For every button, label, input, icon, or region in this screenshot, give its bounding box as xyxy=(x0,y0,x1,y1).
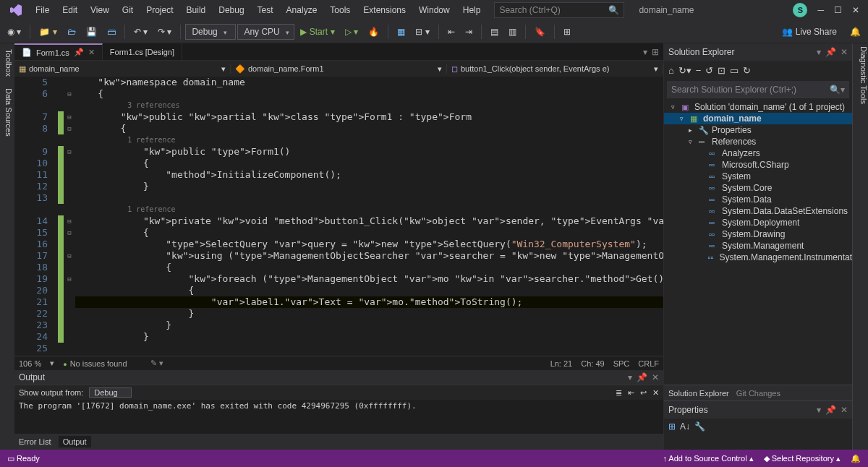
menu-analyze[interactable]: Analyze xyxy=(280,2,324,18)
pin-icon[interactable]: 📌 xyxy=(74,48,84,57)
menu-edit[interactable]: Edit xyxy=(56,2,84,18)
menu-view[interactable]: View xyxy=(84,2,116,18)
references-node[interactable]: ▿▫▫References xyxy=(664,136,852,147)
refresh-icon[interactable]: ↻ xyxy=(743,65,751,76)
show-all-icon[interactable]: ↺ xyxy=(705,65,713,76)
properties-node[interactable]: ▸🔧Properties xyxy=(664,124,852,136)
menu-git[interactable]: Git xyxy=(116,2,140,18)
maximize-icon[interactable]: ☐ xyxy=(834,5,842,15)
reference-item[interactable]: ▫▫System.Drawing xyxy=(664,228,852,240)
menu-help[interactable]: Help xyxy=(456,2,488,18)
uncomment-icon[interactable]: ▥ xyxy=(504,24,521,40)
panel-close-icon[interactable]: ✕ xyxy=(841,47,848,57)
crumb-method[interactable]: ◻button1_Click(object sender, EventArgs … xyxy=(447,64,663,74)
comment-icon[interactable]: ▤ xyxy=(486,24,503,40)
panel-close-icon[interactable]: ✕ xyxy=(841,405,848,415)
props-icon[interactable]: ⊡ xyxy=(718,65,726,76)
search-box[interactable]: Search (Ctrl+Q) 🔍 xyxy=(494,2,624,18)
tab-overflow-icon[interactable]: ▾ xyxy=(643,47,647,57)
output-tool-icon[interactable]: ⇤ xyxy=(628,388,634,398)
panel-menu-icon[interactable]: ▾ xyxy=(817,405,821,415)
error-list-tab[interactable]: Error List xyxy=(19,437,51,446)
close-tab-icon[interactable]: ✕ xyxy=(88,48,95,57)
sync-icon[interactable]: ↻▾ xyxy=(678,65,692,76)
output-text[interactable]: The program '[17672] domain_name.exe' ha… xyxy=(14,400,663,434)
redo-icon[interactable]: ↷ ▾ xyxy=(153,24,176,40)
menu-test[interactable]: Test xyxy=(251,2,280,18)
menu-extensions[interactable]: Extensions xyxy=(357,2,412,18)
platform-dropdown[interactable]: Any CPU xyxy=(237,24,294,40)
reference-item[interactable]: ▫▫System.Core xyxy=(664,182,852,194)
output-tab[interactable]: Output xyxy=(59,436,91,447)
tb-icon-2[interactable]: ⊟ ▾ xyxy=(411,24,433,40)
diagnostic-tools-tab[interactable]: Diagnostic Tools xyxy=(859,46,868,104)
undo-icon[interactable]: ↶ ▾ xyxy=(129,24,152,40)
solution-explorer-tab[interactable]: Solution Explorer xyxy=(668,389,729,398)
solution-tree[interactable]: ▿▣Solution 'domain_name' (1 of 1 project… xyxy=(664,100,852,385)
nav-back-icon[interactable]: ◉ ▾ xyxy=(3,24,25,40)
output-source-dropdown[interactable]: Debug xyxy=(89,387,131,398)
save-all-icon[interactable]: 🗃 xyxy=(103,24,120,40)
reference-item[interactable]: ▫▫System xyxy=(664,171,852,182)
config-dropdown[interactable]: Debug xyxy=(185,24,236,40)
user-avatar[interactable]: S xyxy=(793,3,807,17)
reference-item[interactable]: ▫▫Analyzers xyxy=(664,147,852,159)
home-icon[interactable]: ⌂ xyxy=(668,65,674,76)
minimize-icon[interactable]: ─ xyxy=(817,5,824,15)
project-node[interactable]: ▿▦domain_name xyxy=(664,113,852,124)
categorized-icon[interactable]: ⊞ xyxy=(668,421,676,432)
admin-icon[interactable]: 🔔 xyxy=(846,24,865,40)
tab-form1-cs[interactable]: 📄 Form1.cs 📌 ✕ xyxy=(14,43,103,60)
source-control-button[interactable]: ↑ Add to Source Control ▴ xyxy=(663,454,753,463)
git-changes-tab[interactable]: Git Changes xyxy=(736,389,780,398)
live-share-button[interactable]: 👥 Live Share xyxy=(775,27,844,37)
notifications-icon[interactable]: 🔔 xyxy=(851,454,861,463)
reference-item[interactable]: ▫▫System.Data.DataSetExtensions xyxy=(664,205,852,217)
alphabetical-icon[interactable]: A↓ xyxy=(680,421,690,432)
solution-search[interactable]: Search Solution Explorer (Ctrl+;) 🔍▾ xyxy=(667,81,849,98)
reference-item[interactable]: ▫▫System.Data xyxy=(664,194,852,205)
crlf-indicator[interactable]: CRLF xyxy=(638,359,659,368)
bookmark-icon[interactable]: 🔖 xyxy=(530,24,550,40)
hot-reload-icon[interactable]: 🔥 xyxy=(364,24,383,40)
outdent-icon[interactable]: ⇥ xyxy=(461,24,477,40)
output-pin-icon[interactable]: 📌 xyxy=(637,372,647,382)
reference-item[interactable]: ▫▫Microsoft.CSharp xyxy=(664,159,852,171)
collapse-icon[interactable]: − xyxy=(696,65,702,76)
output-tool-icon[interactable]: ≣ xyxy=(616,388,622,398)
spaces-indicator[interactable]: SPC xyxy=(613,359,630,368)
tab-form1-design[interactable]: Form1.cs [Design] xyxy=(103,43,182,60)
crumb-class[interactable]: 🔶domain_name.Form1▾ xyxy=(231,64,447,74)
output-clear-icon[interactable]: ✕ xyxy=(652,388,659,398)
output-wrap-icon[interactable]: ↩ xyxy=(640,388,647,398)
prop-wrench-icon[interactable]: 🔧 xyxy=(694,421,705,432)
open-icon[interactable]: 🗁 xyxy=(63,24,80,40)
output-close-icon[interactable]: ✕ xyxy=(652,372,659,382)
reference-item[interactable]: ▫▫System.Management.Instrumentat xyxy=(664,252,852,263)
issues-indicator[interactable]: No issues found xyxy=(63,359,127,368)
start-no-debug-icon[interactable]: ▷ ▾ xyxy=(341,24,362,40)
panel-menu-icon[interactable]: ▾ xyxy=(817,47,821,57)
menu-window[interactable]: Window xyxy=(412,2,456,18)
start-button[interactable]: ▶ Start ▾ xyxy=(296,24,339,40)
close-icon[interactable]: ✕ xyxy=(852,5,859,15)
panel-pin-icon[interactable]: 📌 xyxy=(825,47,836,57)
zoom-level[interactable]: 106 % xyxy=(19,359,41,368)
menu-project[interactable]: Project xyxy=(140,2,179,18)
tb-icon-3[interactable]: ⊞ xyxy=(559,24,575,40)
menu-debug[interactable]: Debug xyxy=(212,2,250,18)
menu-tools[interactable]: Tools xyxy=(323,2,357,18)
tidy-icon[interactable]: ✎ ▾ xyxy=(150,359,163,368)
solution-root[interactable]: ▿▣Solution 'domain_name' (1 of 1 project… xyxy=(664,101,852,113)
tb-icon-1[interactable]: ▦ xyxy=(393,24,409,40)
new-project-icon[interactable]: 📁 ▾ xyxy=(35,24,61,40)
reference-item[interactable]: ▫▫System.Deployment xyxy=(664,217,852,228)
menu-file[interactable]: File xyxy=(29,2,56,18)
repo-button[interactable]: ◆ Select Repository ▴ xyxy=(764,454,841,463)
indent-icon[interactable]: ⇤ xyxy=(443,24,459,40)
save-icon[interactable]: 💾 xyxy=(82,24,101,40)
output-dropdown-icon[interactable]: ▾ xyxy=(628,372,632,382)
data-sources-tab[interactable]: Data Sources xyxy=(0,85,14,140)
toolbox-tab[interactable]: Toolbox xyxy=(0,46,14,80)
code-editor[interactable]: 5678910111213141516171819202122232425262… xyxy=(14,77,663,356)
